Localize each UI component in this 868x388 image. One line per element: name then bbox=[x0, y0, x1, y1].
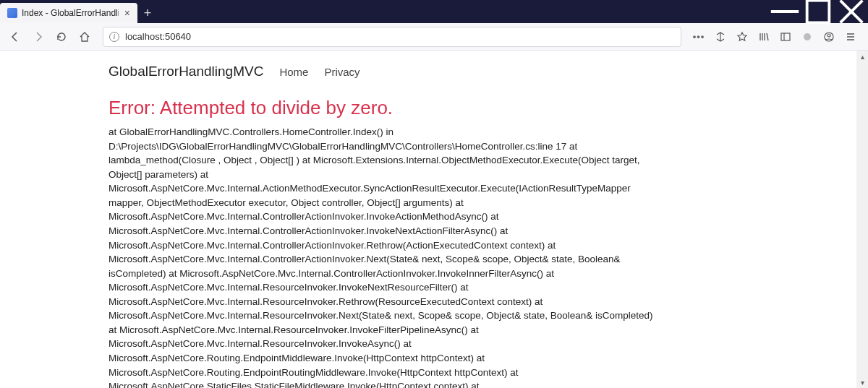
stack-trace: at GlobalErrorHandlingMVC.Controllers.Ho… bbox=[109, 125, 658, 388]
site-info-icon[interactable]: i bbox=[109, 32, 119, 42]
tab-title: Index - GlobalErrorHandlingM bbox=[22, 8, 119, 18]
window-controls bbox=[768, 0, 868, 23]
bookmark-star-icon[interactable] bbox=[732, 26, 752, 48]
window-close-button[interactable] bbox=[835, 0, 868, 23]
scroll-up-icon[interactable]: ▴ bbox=[856, 51, 868, 62]
site-brand[interactable]: GlobalErrorHandlingMVC bbox=[109, 64, 263, 79]
address-bar[interactable]: i localhost:50640 bbox=[103, 27, 681, 47]
back-button[interactable] bbox=[4, 26, 26, 48]
new-tab-button[interactable]: + bbox=[137, 3, 158, 23]
account-icon[interactable] bbox=[819, 26, 839, 48]
window-maximize-button[interactable] bbox=[801, 0, 835, 23]
nav-link-home[interactable]: Home bbox=[279, 66, 308, 78]
page-actions-icon[interactable]: ••• bbox=[689, 26, 709, 48]
reader-view-icon[interactable] bbox=[710, 26, 731, 48]
extension-icon[interactable] bbox=[797, 26, 817, 48]
close-tab-icon[interactable]: × bbox=[123, 7, 132, 19]
home-button[interactable] bbox=[74, 26, 95, 48]
svg-rect-4 bbox=[781, 33, 790, 40]
site-navbar: GlobalErrorHandlingMVC Home Privacy bbox=[0, 64, 868, 90]
library-icon[interactable] bbox=[754, 26, 774, 48]
browser-toolbar: i localhost:50640 ••• bbox=[0, 23, 868, 51]
page-viewport: GlobalErrorHandlingMVC Home Privacy Erro… bbox=[0, 51, 868, 388]
svg-point-8 bbox=[827, 34, 830, 37]
scroll-down-icon[interactable]: ▾ bbox=[856, 376, 868, 388]
address-bar-url: localhost:50640 bbox=[125, 31, 675, 42]
vertical-scrollbar[interactable]: ▴ ▾ bbox=[856, 51, 868, 388]
forward-button[interactable] bbox=[27, 26, 49, 48]
menu-icon[interactable] bbox=[841, 26, 861, 48]
sidebar-icon[interactable] bbox=[775, 26, 796, 48]
error-heading: Error: Attempted to divide by zero. bbox=[109, 97, 658, 119]
browser-tab-active[interactable]: Index - GlobalErrorHandlingM × bbox=[0, 3, 137, 23]
reload-button[interactable] bbox=[51, 26, 72, 48]
window-titlebar: Index - GlobalErrorHandlingM × + bbox=[0, 0, 868, 23]
window-minimize-button[interactable] bbox=[768, 0, 801, 23]
nav-link-privacy[interactable]: Privacy bbox=[324, 66, 359, 78]
svg-rect-1 bbox=[807, 1, 830, 23]
tab-favicon bbox=[7, 8, 17, 18]
svg-point-6 bbox=[804, 33, 811, 40]
